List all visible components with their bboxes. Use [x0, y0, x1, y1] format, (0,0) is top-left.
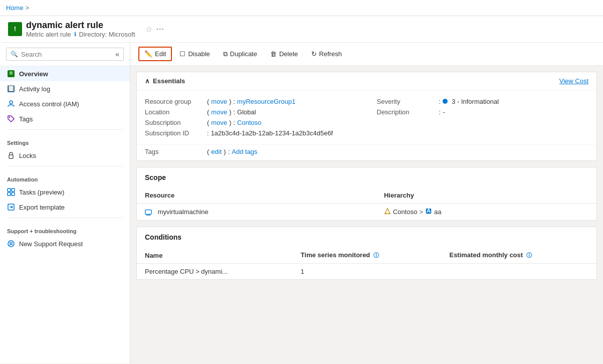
- hierarchy-item: Contoso > A aa: [384, 208, 588, 216]
- iam-icon: [7, 100, 15, 108]
- scope-resource-col: Resource: [137, 188, 376, 204]
- conditions-title: Conditions: [137, 227, 596, 247]
- conditions-name-col: Name: [137, 247, 293, 264]
- collapse-icon[interactable]: «: [115, 50, 119, 58]
- divider-automation: [7, 166, 123, 166]
- location-move-link[interactable]: move: [211, 108, 227, 116]
- sub-colon: :: [233, 119, 235, 126]
- refresh-label: Refresh: [319, 50, 342, 58]
- page-directory: Directory: Microsoft: [79, 31, 135, 38]
- sidebar-item-iam[interactable]: Access control (IAM): [0, 96, 130, 111]
- search-input[interactable]: [21, 51, 112, 58]
- condition-cost-cell: [441, 264, 596, 280]
- location-colon: :: [233, 108, 235, 116]
- sidebar-search-area: 🔍 «: [0, 43, 130, 66]
- svg-rect-9: [8, 189, 11, 192]
- sidebar-item-locks[interactable]: Locks: [0, 148, 130, 163]
- subscription-row: Subscription (move) : Contoso: [145, 117, 357, 128]
- subscription-label: Subscription: [145, 119, 205, 126]
- conditions-header-row: Name Time series monitored ⓘ Estimated m…: [137, 247, 596, 264]
- disable-button[interactable]: ☐ Disable: [174, 47, 215, 61]
- sidebar-item-tags[interactable]: Tags: [0, 111, 130, 126]
- page-header: ! dynamic alert rule Metric alert rule ℹ…: [0, 16, 603, 43]
- rg-paren-open: (: [207, 98, 209, 105]
- svg-rect-16: [145, 210, 151, 215]
- svg-point-15: [10, 243, 12, 245]
- section-label-settings: Settings: [0, 133, 130, 148]
- severity-dot: [443, 99, 448, 104]
- locks-icon: [7, 151, 15, 159]
- overview-icon: ≡: [7, 70, 15, 78]
- sidebar-item-label-locks: Locks: [19, 152, 36, 159]
- essentials-left: Resource group (move) : myResourceGroup1…: [145, 96, 357, 138]
- favorite-star-icon[interactable]: ☆: [145, 25, 152, 34]
- refresh-button[interactable]: ↻ Refresh: [306, 47, 348, 61]
- section-label-automation: Automation: [0, 169, 130, 185]
- tags-label: Tags: [145, 148, 205, 155]
- cost-info-icon[interactable]: ⓘ: [526, 252, 532, 258]
- page-subtitle-type: Metric alert rule: [26, 31, 71, 38]
- svg-text:!: !: [14, 25, 16, 33]
- sidebar-item-activity-log[interactable]: 📋 Activity log: [0, 81, 130, 96]
- tags-colon: :: [228, 148, 230, 155]
- tags-paren-close: ): [224, 148, 226, 155]
- description-row: Description : -: [377, 107, 589, 117]
- subscription-value-link[interactable]: Contoso: [237, 119, 261, 126]
- disable-icon: ☐: [179, 50, 185, 58]
- vm-icon: [145, 208, 156, 216]
- tags-row: Tags (edit) : Add tags: [137, 144, 596, 160]
- subscription-move-link[interactable]: move: [211, 119, 227, 126]
- sidebar-item-support[interactable]: New Support Request: [0, 236, 130, 251]
- info-icon: ℹ: [74, 31, 76, 38]
- sidebar-item-overview[interactable]: ≡ Overview: [0, 66, 130, 81]
- subid-colon: :: [207, 129, 209, 137]
- conditions-section: Conditions Name Time series monitored ⓘ …: [136, 227, 597, 280]
- duplicate-button[interactable]: ⧉ Duplicate: [218, 47, 263, 61]
- timeseries-info-icon[interactable]: ⓘ: [373, 252, 379, 258]
- page-title-area: dynamic alert rule Metric alert rule ℹ D…: [26, 20, 135, 38]
- page-icon: !: [8, 22, 22, 36]
- sidebar-item-export[interactable]: Export template: [0, 200, 130, 215]
- view-cost-link[interactable]: View Cost: [559, 77, 588, 85]
- edit-button[interactable]: ✏️ Edit: [138, 47, 172, 61]
- search-box[interactable]: 🔍 «: [6, 48, 124, 61]
- search-icon: 🔍: [11, 51, 18, 58]
- delete-button[interactable]: 🗑 Delete: [265, 47, 304, 61]
- add-tags-link[interactable]: Add tags: [232, 148, 257, 155]
- delete-label: Delete: [279, 50, 298, 58]
- resource-group-move-link[interactable]: move: [211, 98, 227, 105]
- svg-text:≡: ≡: [9, 70, 13, 77]
- divider-support: [7, 218, 123, 218]
- rg-paren-close: ): [229, 98, 231, 105]
- header-actions: ☆ ···: [145, 25, 164, 34]
- sidebar-item-tasks[interactable]: Tasks (preview): [0, 185, 130, 200]
- resource-group-row: Resource group (move) : myResourceGroup1: [145, 96, 357, 107]
- edit-icon: ✏️: [144, 50, 152, 58]
- sidebar-item-label-activity: Activity log: [19, 85, 50, 93]
- scope-title: Scope: [137, 167, 596, 188]
- conditions-table: Name Time series monitored ⓘ Estimated m…: [137, 247, 596, 279]
- scope-hierarchy-cell: Contoso > A aa: [376, 204, 596, 221]
- desc-colon: :: [439, 108, 441, 116]
- condition-name-cell: Percentage CPU > dynami...: [137, 264, 293, 280]
- aa-icon: A: [425, 208, 432, 216]
- sidebar-item-label-support: New Support Request: [19, 240, 83, 248]
- contoso-icon: [384, 208, 391, 216]
- breadcrumb-bar: Home >: [0, 0, 603, 16]
- resource-group-label: Resource group: [145, 98, 205, 105]
- more-options-icon[interactable]: ···: [156, 25, 164, 34]
- svg-rect-12: [12, 193, 15, 196]
- breadcrumb-home[interactable]: Home: [6, 4, 24, 12]
- conditions-table-row: Percentage CPU > dynami... 1: [137, 264, 596, 280]
- resource-group-value-link[interactable]: myResourceGroup1: [237, 98, 295, 105]
- activity-log-icon: 📋: [7, 85, 15, 93]
- severity-label: Severity: [377, 98, 437, 105]
- essentials-chevron: ∧: [145, 77, 150, 85]
- scope-table-row: myvirtualmachine Contoso > A: [137, 204, 596, 221]
- duplicate-label: Duplicate: [230, 50, 257, 58]
- delete-icon: 🗑: [270, 50, 277, 58]
- tags-edit-link[interactable]: edit: [211, 148, 222, 155]
- essentials-right: Severity : 3 - Informational Description…: [377, 96, 589, 138]
- edit-label: Edit: [155, 50, 166, 58]
- scope-table-header-row: Resource Hierarchy: [137, 188, 596, 204]
